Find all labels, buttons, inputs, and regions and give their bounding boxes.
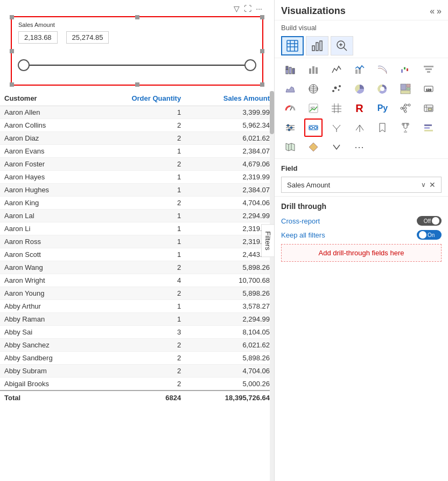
viz-more[interactable]: ··· — [351, 138, 369, 156]
viz-decomp-tree[interactable] — [396, 99, 415, 117]
viz-chevron[interactable] — [327, 138, 346, 156]
table-cell[interactable]: 6,021.62 — [185, 132, 274, 145]
viz-line-chart[interactable] — [327, 60, 346, 79]
table-cell[interactable]: 2 — [92, 339, 185, 352]
table-cell[interactable]: 2,294.99 — [185, 210, 274, 222]
viz-map2[interactable] — [281, 138, 299, 156]
table-cell[interactable]: 2 — [92, 365, 185, 378]
viz-slicer[interactable] — [281, 118, 299, 137]
table-cell[interactable]: 10,700.68 — [185, 274, 274, 287]
slider-widget[interactable]: ▽ ⛶ ··· Sales Amount 2,183.68 25,274.85 — [11, 16, 263, 86]
table-cell[interactable]: 2 — [92, 158, 185, 171]
viz-pie[interactable] — [351, 80, 369, 98]
slider-handle-left[interactable] — [18, 59, 30, 71]
table-cell[interactable]: Aaron Diaz — [0, 132, 92, 145]
table-cell[interactable]: 2,384.07 — [185, 145, 274, 158]
table-cell[interactable]: 3 — [92, 326, 185, 339]
table-cell[interactable]: 8,104.05 — [185, 326, 274, 339]
table-cell[interactable]: Aaron Wang — [0, 261, 92, 274]
table-cell[interactable]: Aaron Hayes — [0, 171, 92, 184]
table-cell[interactable]: 1 — [92, 210, 185, 222]
viz-ribbon-chart[interactable] — [373, 60, 391, 79]
table-cell[interactable]: Aaron Allen — [0, 106, 92, 119]
table-cell[interactable]: 5,000.26 — [185, 378, 274, 391]
filters-tab[interactable]: Filters — [261, 224, 274, 257]
resize-bm[interactable] — [135, 82, 139, 87]
table-cell[interactable]: 2 — [92, 287, 185, 300]
table-cell[interactable]: 3,399.99 — [185, 106, 274, 119]
table-cell[interactable]: 5,898.26 — [185, 352, 274, 365]
table-cell[interactable]: 1 — [92, 171, 185, 184]
resize-tm[interactable] — [135, 15, 139, 19]
expand-icon[interactable]: ⛶ — [244, 4, 251, 13]
table-cell[interactable]: 4,679.06 — [185, 158, 274, 171]
viz-table-icon[interactable] — [281, 36, 304, 55]
table-cell[interactable]: Aaron Hughes — [0, 184, 92, 197]
table-cell[interactable]: Aaron Scott — [0, 248, 92, 261]
viz-python[interactable]: Py — [373, 99, 391, 117]
viz-ai-insights[interactable] — [419, 99, 438, 117]
resize-rm[interactable] — [260, 49, 264, 53]
table-cell[interactable]: 1 — [92, 248, 185, 261]
add-drill-field-box[interactable]: Add drill-through fields here — [281, 244, 442, 262]
viz-diamond[interactable] — [304, 138, 323, 156]
table-cell[interactable]: 5,962.34 — [185, 119, 274, 132]
table-cell[interactable]: Abby Sandberg — [0, 352, 92, 365]
viz-area-chart[interactable] — [281, 80, 299, 98]
table-cell[interactable]: Abby Subram — [0, 365, 92, 378]
table-cell[interactable]: Aaron Ross — [0, 235, 92, 248]
viz-bar-icon[interactable] — [306, 36, 328, 55]
table-cell[interactable]: Aaron Lal — [0, 210, 92, 222]
viz-search-icon[interactable] — [331, 36, 353, 55]
table-cell[interactable]: 1 — [92, 313, 185, 326]
viz-map[interactable] — [304, 80, 323, 98]
slider-max-value[interactable]: 25,274.85 — [66, 31, 109, 44]
table-cell[interactable]: Aaron Evans — [0, 145, 92, 158]
table-cell[interactable]: 5,898.26 — [185, 287, 274, 300]
table-cell[interactable]: Aaron Young — [0, 287, 92, 300]
table-cell[interactable]: Aaron Foster — [0, 158, 92, 171]
field-dropdown[interactable]: Sales Amount ∨ ✕ — [281, 177, 442, 193]
table-cell[interactable]: 1 — [92, 106, 185, 119]
viz-text-filter[interactable] — [327, 118, 346, 137]
viz-bar-race[interactable] — [419, 118, 438, 137]
table-cell[interactable]: 1 — [92, 235, 185, 248]
table-cell[interactable]: 2 — [92, 378, 185, 391]
viz-hierarchy-slicer[interactable] — [351, 118, 369, 137]
scroll-bar[interactable] — [270, 91, 274, 481]
viz-gauge[interactable] — [281, 99, 299, 117]
table-cell[interactable]: Aaron Li — [0, 222, 92, 235]
expand-arrow[interactable]: » — [437, 6, 442, 16]
more-icon[interactable]: ··· — [256, 4, 262, 13]
table-cell[interactable]: 2 — [92, 352, 185, 365]
table-cell[interactable]: Abby Raman — [0, 313, 92, 326]
viz-funnel[interactable] — [419, 60, 438, 79]
viz-table-2[interactable]: R — [351, 99, 369, 117]
table-cell[interactable]: Abby Arthur — [0, 300, 92, 313]
table-cell[interactable]: 2 — [92, 132, 185, 145]
col-order-qty[interactable]: Order Quantity — [92, 91, 185, 106]
scroll-thumb[interactable] — [270, 91, 274, 134]
cross-report-toggle[interactable]: Off — [417, 216, 442, 226]
table-cell[interactable]: 1 — [92, 184, 185, 197]
viz-range-slicer[interactable] — [304, 118, 323, 137]
table-cell[interactable]: 2,294.99 — [185, 313, 274, 326]
slider-handle-right[interactable] — [244, 59, 256, 71]
resize-br[interactable] — [260, 82, 264, 87]
resize-tr[interactable] — [260, 15, 264, 19]
viz-kpi[interactable]: KPI — [304, 99, 323, 117]
table-cell[interactable]: 2 — [92, 197, 185, 210]
table-cell[interactable]: 1 — [92, 145, 185, 158]
viz-scatter[interactable] — [327, 80, 346, 98]
table-cell[interactable]: 4 — [92, 274, 185, 287]
col-sales-amount[interactable]: Sales Amount — [185, 91, 274, 106]
table-cell[interactable]: 5,898.26 — [185, 261, 274, 274]
resize-lm[interactable] — [10, 49, 14, 53]
table-cell[interactable]: Aaron King — [0, 197, 92, 210]
viz-treemap[interactable] — [396, 80, 415, 98]
viz-stacked-bar[interactable] — [281, 60, 299, 79]
viz-matrix[interactable] — [327, 99, 346, 117]
table-cell[interactable]: 4,704.06 — [185, 365, 274, 378]
table-cell[interactable]: 2,384.07 — [185, 184, 274, 197]
table-cell[interactable]: 2,319.99 — [185, 171, 274, 184]
